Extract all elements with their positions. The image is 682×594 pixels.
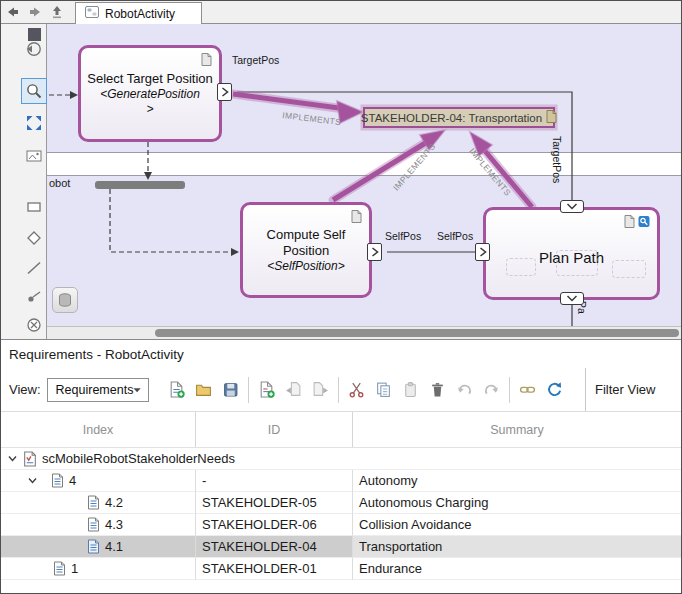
row-index-text: scMobileRobotStakeholderNeeds [42, 451, 235, 466]
block-stereotype: <GeneratePosition> [97, 87, 203, 116]
output-port-targetpos[interactable] [217, 83, 232, 101]
table-row-selected[interactable]: 4.1 STAKEHOLDER-04 Transportation [1, 536, 681, 558]
tab-bar: RobotActivity [1, 1, 681, 24]
input-port-selfpos[interactable] [475, 243, 490, 261]
copy-icon[interactable] [370, 377, 397, 403]
block-title: Select Target Position [87, 71, 213, 87]
flow-label-selfpos-left: SelfPos [385, 230, 421, 242]
row-index-text: 4 [69, 473, 76, 488]
requirements-panel: Requirements - RobotActivity View: Requi… [1, 339, 681, 594]
expand-chevron-icon[interactable] [5, 452, 19, 466]
table-row-requirement-set[interactable]: scMobileRobotStakeholderNeeds [1, 448, 681, 470]
row-index-text: 1 [71, 561, 78, 576]
table-header: Index ID Summary [1, 412, 681, 448]
inner-diagram-ghost [506, 258, 536, 276]
undo-icon[interactable] [451, 377, 478, 403]
fork-bar[interactable] [95, 181, 185, 189]
save-icon[interactable] [217, 377, 244, 403]
row-summary-text: Endurance [359, 561, 422, 576]
flow-label-targetpos-vertical: TargetPos [551, 136, 563, 183]
paste-icon[interactable] [397, 377, 424, 403]
rectangle-tool-icon[interactable] [24, 197, 44, 217]
inner-diagram-ghost [556, 250, 598, 276]
up-icon[interactable] [47, 3, 67, 21]
link-icon[interactable] [514, 377, 541, 403]
forward-icon[interactable] [25, 3, 45, 21]
requirement-icon [87, 495, 100, 510]
view-dropdown-value: Requirements [56, 383, 134, 397]
output-port-selfpos[interactable] [367, 243, 382, 261]
requirement-page-icon [546, 110, 557, 125]
row-index-text: 4.3 [105, 517, 123, 532]
scrollbar-thumb[interactable] [155, 329, 679, 337]
redo-icon[interactable] [478, 377, 505, 403]
chevron-down-icon [133, 387, 141, 393]
view-label: View: [9, 382, 41, 397]
tool-palette [1, 24, 47, 339]
row-summary-text: Autonomous Charging [359, 495, 488, 510]
flow-label-targetpos: TargetPos [232, 54, 279, 66]
row-index-text: 4.1 [105, 539, 123, 554]
block-select-target-position[interactable]: Select Target Position <GeneratePosition… [78, 45, 222, 142]
add-requirement-icon[interactable] [253, 377, 280, 403]
canvas-area: obot [1, 24, 681, 339]
row-id-text: STAKEHOLDER-06 [202, 517, 317, 532]
table-row[interactable]: 4.3 STAKEHOLDER-06 Collision Avoidance [1, 514, 681, 536]
column-header-id[interactable]: ID [196, 412, 353, 447]
implements-label: IMPLEMENTS [282, 110, 342, 127]
zoom-icon[interactable] [24, 81, 44, 101]
requirement-annotation[interactable]: STAKEHOLDER-04: Transportation [363, 107, 555, 128]
row-id-text: STAKEHOLDER-04 [202, 539, 317, 554]
diagram-canvas[interactable]: obot [47, 24, 681, 339]
flow-label-selfpos-right: SelfPos [437, 230, 473, 242]
input-port-top[interactable] [560, 200, 584, 213]
badge-icons [624, 215, 650, 228]
new-requirement-set-icon[interactable] [163, 377, 190, 403]
terminate-tool-icon[interactable] [24, 315, 44, 335]
back-icon[interactable] [3, 3, 23, 21]
document-badge-icon [201, 53, 212, 66]
row-id-text: STAKEHOLDER-05 [202, 495, 317, 510]
expand-chevron-icon[interactable] [25, 474, 39, 488]
row-index-text: 4.2 [105, 495, 123, 510]
cut-icon[interactable] [343, 377, 370, 403]
output-port-bottom[interactable] [560, 292, 584, 305]
table-row[interactable]: 1 STAKEHOLDER-01 Endurance [1, 558, 681, 580]
view-dropdown[interactable]: Requirements [47, 378, 149, 402]
swimlane-label: obot [49, 177, 70, 189]
row-summary-text: Transportation [359, 539, 442, 554]
nav-back-icon[interactable] [24, 39, 44, 59]
promote-requirement-icon[interactable] [280, 377, 307, 403]
delete-icon[interactable] [424, 377, 451, 403]
block-title: Compute Self Position [243, 227, 369, 260]
column-header-index[interactable]: Index [1, 412, 196, 447]
document-badge-icon [351, 210, 362, 223]
inner-diagram-ghost [612, 260, 646, 278]
refresh-icon[interactable] [541, 377, 568, 403]
junction-tool-icon[interactable] [24, 287, 44, 307]
query-badge-icon [638, 215, 650, 228]
block-plan-path[interactable]: Plan Path [483, 207, 660, 300]
table-row[interactable]: 4 - Autonomy [1, 470, 681, 492]
open-icon[interactable] [190, 377, 217, 403]
screenshot-icon[interactable] [24, 146, 44, 166]
requirements-toolbar: View: Requirements [1, 368, 681, 412]
activity-diagram-icon [85, 6, 99, 21]
demote-requirement-icon[interactable] [307, 377, 334, 403]
lane-divider [47, 152, 681, 176]
diamond-tool-icon[interactable] [24, 228, 44, 248]
filter-view-label: Filter View [585, 368, 681, 411]
row-id-text: - [202, 473, 206, 488]
block-compute-self-position[interactable]: Compute Self Position <SelfPosition> [240, 202, 372, 298]
fit-to-view-icon[interactable] [24, 113, 44, 133]
requirement-icon [87, 517, 100, 532]
table-row[interactable]: 4.2 STAKEHOLDER-05 Autonomous Charging [1, 492, 681, 514]
tab-robotactivity[interactable]: RobotActivity [75, 2, 202, 24]
app-window: RobotActivity [0, 0, 682, 594]
column-header-summary[interactable]: Summary [353, 412, 681, 447]
block-stereotype: <SelfPosition> [267, 259, 344, 273]
data-store-button[interactable] [52, 287, 78, 313]
panel-title: Requirements - RobotActivity [1, 340, 681, 368]
horizontal-scrollbar[interactable] [47, 326, 681, 339]
line-tool-icon[interactable] [24, 258, 44, 278]
